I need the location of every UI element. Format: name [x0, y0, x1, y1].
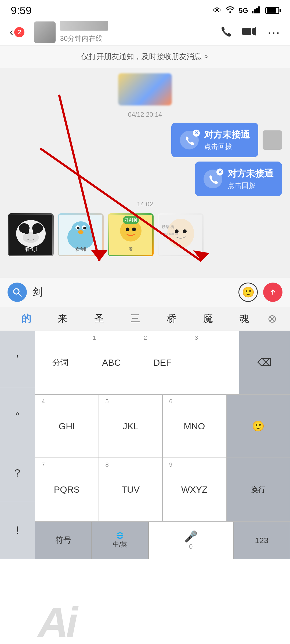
input-bar: 剑 🙂	[0, 277, 290, 307]
key-7-num: 7	[42, 461, 45, 468]
keyboard-left-keys: ' ° ? !	[0, 331, 35, 559]
keyboard-row-2: 4 GHI 5 JKL 6 MNO 🙂	[35, 394, 290, 458]
more-button[interactable]: ···	[267, 24, 280, 40]
x-mark-1: ✕	[193, 130, 200, 137]
missed-call-1[interactable]: ✕ 对方未接通 点击回拨	[8, 123, 282, 157]
emoji-icon: 🙂	[242, 286, 255, 298]
svg-point-22	[83, 227, 86, 229]
key-pqrs[interactable]: 7 PQRS	[35, 458, 99, 521]
notification-banner[interactable]: 仅打开朋友通知，及时接收朋友消息 >	[0, 46, 290, 68]
call-icon-circle-1: ✕	[180, 131, 199, 149]
emoji-button[interactable]: 🙂	[238, 283, 258, 302]
svg-text:Uber see sw: Uber see sw	[162, 232, 178, 235]
svg-line-43	[19, 294, 21, 296]
svg-point-14	[33, 230, 37, 234]
missed-call-2[interactable]: ✕ 对方未接通 点击回拨	[8, 162, 282, 196]
emoji-keyboard-icon: 🙂	[252, 420, 264, 432]
video-call-button[interactable]	[242, 25, 257, 39]
suggestion-item-0[interactable]: 的	[8, 312, 44, 325]
keyboard: ' ° ? ! 分词 1 ABC 2 DEF 3 ⌫	[0, 331, 290, 559]
call-sub-1: 点击回拨	[204, 142, 250, 151]
symbol-key[interactable]: 符号	[35, 522, 92, 559]
suggestion-item-5[interactable]: 魔	[190, 312, 226, 325]
newline-label: 换行	[251, 485, 266, 495]
key-3-num: 3	[195, 334, 198, 341]
svg-rect-6	[242, 28, 251, 35]
search-icon	[12, 287, 22, 297]
key-8-num: 8	[106, 461, 109, 468]
suggestion-clear-button[interactable]: ⊗	[263, 309, 282, 328]
key-6-num: 6	[169, 398, 172, 405]
number-key[interactable]: 123	[233, 522, 290, 559]
key-def[interactable]: 2 DEF	[137, 331, 188, 394]
contact-name	[60, 21, 108, 33]
ai-text: Ai	[38, 598, 75, 644]
symbol-label: 符号	[55, 535, 71, 546]
back-badge: 2	[14, 27, 24, 37]
mic-icon: 🎤	[184, 530, 198, 543]
key-exclaim[interactable]: !	[0, 502, 35, 559]
call-main-1: 对方未接通	[204, 129, 250, 141]
x-mark-2: ✕	[216, 169, 223, 175]
key-wxyz-label: WXYZ	[181, 484, 208, 495]
key-tuv[interactable]: 8 TUV	[99, 458, 163, 521]
key-jkl-label: JKL	[123, 421, 139, 431]
number-label: 123	[255, 536, 268, 545]
svg-point-12	[23, 232, 39, 243]
search-button[interactable]	[8, 283, 27, 302]
keyboard-row-3: 7 PQRS 8 TUV 9 WXYZ 换行	[35, 458, 290, 521]
contact-status: 30分钟内在线	[60, 34, 220, 43]
back-button[interactable]: ‹ 2	[10, 26, 24, 38]
header-actions: ···	[220, 24, 280, 40]
delete-key[interactable]: ⌫	[239, 331, 290, 394]
battery-icon	[265, 7, 279, 14]
svg-point-21	[77, 227, 79, 229]
space-key[interactable]: 🎤 0	[148, 522, 233, 559]
call-icon-circle-2: ✕	[204, 170, 222, 188]
key-mno[interactable]: 6 MNO	[162, 394, 226, 458]
status-time: 9:59	[11, 5, 32, 17]
key-jkl[interactable]: 5 JKL	[99, 394, 163, 458]
suggestion-item-2[interactable]: 圣	[81, 312, 117, 325]
chinese-english-label: 中/英	[113, 540, 128, 549]
key-apostrophe[interactable]: '	[0, 331, 35, 388]
suggestion-item-6[interactable]: 魂	[226, 312, 263, 325]
svg-rect-4	[258, 6, 260, 13]
key-ghi[interactable]: 4 GHI	[35, 394, 99, 458]
svg-text:看: 看	[129, 247, 133, 252]
svg-text:好剑啊: 好剑啊	[124, 218, 137, 222]
key-degree[interactable]: °	[0, 388, 35, 445]
key-fenyi[interactable]: 分词	[35, 331, 86, 394]
key-def[interactable]: 3	[188, 331, 239, 394]
svg-point-28	[132, 228, 136, 231]
status-bar: 9:59 👁 5G	[0, 0, 290, 19]
chinese-english-key[interactable]: 🌐 中/英	[92, 522, 148, 559]
phone-call-button[interactable]	[220, 25, 231, 39]
notification-text: 仅打开朋友通知，及时接收朋友消息	[81, 52, 202, 62]
5g-icon: 5G	[239, 6, 248, 15]
key-question[interactable]: ?	[0, 445, 35, 502]
send-icon	[268, 287, 278, 297]
call-bubble-2: ✕ 对方未接通 点击回拨	[195, 162, 282, 196]
svg-rect-2	[254, 9, 256, 13]
key-wxyz[interactable]: 9 WXYZ	[162, 458, 226, 521]
newline-key[interactable]: 换行	[226, 458, 290, 521]
emoji-keyboard-key[interactable]: 🙂	[226, 394, 290, 458]
message-input[interactable]: 剑	[32, 285, 233, 299]
svg-point-35	[183, 229, 187, 233]
send-button[interactable]	[263, 283, 282, 302]
svg-text:看剑!: 看剑!	[25, 246, 37, 252]
key-abc[interactable]: 1 ABC	[86, 331, 137, 394]
keyboard-row-1: 分词 1 ABC 2 DEF 3 ⌫	[35, 331, 290, 394]
suggestion-item-3[interactable]: 三	[117, 312, 153, 325]
suggestion-item-1[interactable]: 来	[44, 312, 81, 325]
suggestion-item-4[interactable]: 桥	[154, 312, 190, 325]
key-tuv-label: TUV	[121, 484, 140, 495]
sticker-3: 好剑啊 看	[108, 213, 154, 256]
svg-rect-1	[252, 11, 253, 13]
call-bubble-1: ✕ 对方未接通 点击回拨	[171, 123, 258, 157]
signal-icon	[252, 6, 260, 16]
clear-icon: ⊗	[267, 312, 277, 325]
key-mno-label: MNO	[184, 421, 205, 431]
wifi-icon	[225, 6, 235, 16]
